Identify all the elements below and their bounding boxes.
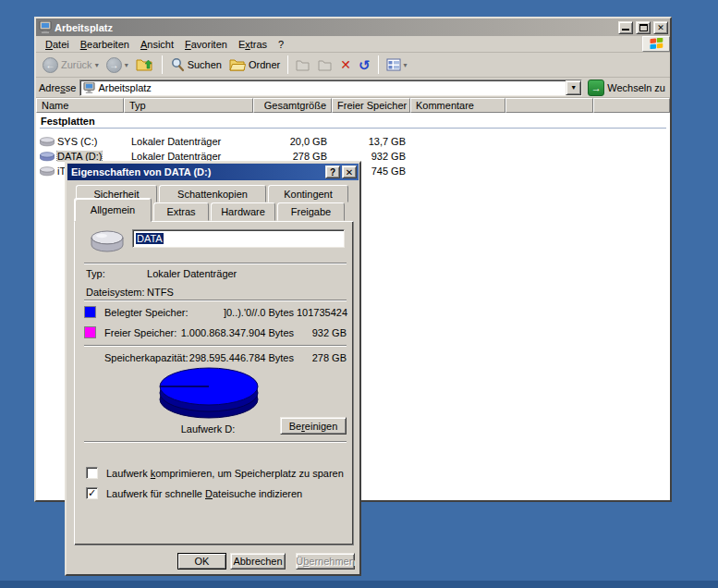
- move-to-button[interactable]: [293, 57, 313, 73]
- views-dropdown-icon[interactable]: ▾: [404, 61, 408, 69]
- tab-freigabe[interactable]: Freigabe: [277, 202, 345, 221]
- undo-icon: ↺: [359, 58, 371, 72]
- folder-up-icon: [136, 57, 154, 72]
- drive-icon-large: [90, 229, 125, 253]
- folders-icon: [229, 58, 246, 71]
- back-button[interactable]: ← Zurück ▾: [40, 55, 102, 75]
- folders-label: Ordner: [249, 59, 280, 70]
- go-arrow-icon: →: [588, 80, 604, 96]
- separator: [84, 263, 347, 264]
- toolbar-separator: [162, 55, 163, 74]
- menu-bearbeiten[interactable]: Bearbeiten: [75, 37, 135, 52]
- separator: [84, 300, 347, 301]
- window-title: Arbeitsplatz: [55, 22, 113, 33]
- undo-button[interactable]: ↺: [356, 56, 373, 74]
- menu-ansicht[interactable]: Ansicht: [135, 37, 179, 52]
- chevron-down-icon: ▼: [570, 84, 577, 91]
- delete-icon: ✕: [340, 58, 351, 71]
- drive-name[interactable]: SYS (C:): [57, 136, 97, 147]
- back-dropdown-icon[interactable]: ▾: [95, 61, 99, 69]
- views-icon: [386, 58, 401, 71]
- move-to-icon: [296, 59, 310, 71]
- column-header-name[interactable]: Name: [36, 98, 124, 113]
- column-header-kommentare[interactable]: Kommentare: [410, 98, 505, 113]
- my-computer-icon: [83, 82, 95, 93]
- apply-button[interactable]: Übernehmen: [296, 553, 355, 570]
- search-button[interactable]: Suchen: [167, 55, 225, 74]
- dialog-close-button[interactable]: ✕: [342, 165, 357, 178]
- column-header-row: Name Typ Gesamtgröße Freier Speicher Kom…: [36, 98, 670, 113]
- close-button[interactable]: ✕: [653, 21, 668, 34]
- drive-icon-selected: [40, 152, 55, 162]
- column-header-blank[interactable]: [505, 98, 593, 113]
- used-space-bytes: ]0..).'0//.0 Bytes: [167, 307, 294, 318]
- maximize-button[interactable]: [636, 21, 651, 34]
- free-space-size: 932 GB: [297, 327, 347, 338]
- tab-kontingent[interactable]: Kontingent: [268, 185, 348, 202]
- cancel-button[interactable]: Abbrechen: [230, 553, 286, 570]
- drive-free: 13,7 GB: [332, 136, 410, 147]
- volume-name-field[interactable]: DATA: [132, 229, 345, 248]
- maximize-icon: [639, 24, 648, 31]
- dialog-titlebar[interactable]: Eigenschaften von DATA (D:) ? ✕: [67, 164, 359, 180]
- tab-extras[interactable]: Extras: [153, 202, 209, 221]
- column-header-gesamtgroesse[interactable]: Gesamtgröße: [253, 98, 332, 113]
- address-bar: Adresse Arbeitsplatz ▼ → Wechseln zu: [36, 78, 670, 98]
- tab-hardware[interactable]: Hardware: [211, 202, 275, 221]
- help-icon: ?: [330, 167, 335, 178]
- typ-value: Lokaler Datenträger: [147, 268, 237, 279]
- filesystem-label: Dateisystem:: [86, 287, 144, 298]
- forward-dropdown-icon[interactable]: ▾: [125, 61, 128, 69]
- back-label: Zurück: [61, 59, 92, 70]
- folders-button[interactable]: Ordner: [226, 56, 283, 73]
- window-titlebar[interactable]: Arbeitsplatz ✕: [36, 18, 670, 36]
- volume-name-value[interactable]: DATA: [136, 233, 164, 244]
- back-icon: ←: [43, 57, 58, 73]
- delete-button[interactable]: ✕: [337, 56, 354, 73]
- index-checkbox-label[interactable]: Laufwerk für schnelle Dateisuche indizie…: [106, 488, 302, 499]
- help-button[interactable]: ?: [325, 165, 340, 178]
- dialog-title: Eigenschaften von DATA (D:): [71, 166, 211, 178]
- menu-datei[interactable]: Datei: [40, 37, 75, 52]
- forward-button[interactable]: → ▾: [103, 55, 131, 75]
- views-button[interactable]: ▾: [383, 56, 410, 73]
- index-checkbox[interactable]: ✓: [86, 487, 98, 499]
- tab-schattenkopien[interactable]: Schattenkopien: [159, 185, 266, 202]
- windows-logo: [642, 36, 670, 52]
- my-computer-icon: [39, 21, 52, 33]
- address-dropdown-button[interactable]: ▼: [566, 80, 581, 95]
- capacity-bytes: 298.595.446.784 Bytes: [167, 352, 294, 363]
- up-button[interactable]: [133, 55, 157, 74]
- menu-extras[interactable]: Extras: [233, 37, 273, 52]
- close-icon: ✕: [346, 167, 353, 178]
- search-icon: [170, 57, 185, 72]
- disk-usage-pie-chart: [155, 366, 262, 420]
- toolbar: ← Zurück ▾ → ▾ Suchen O: [36, 53, 670, 78]
- address-value[interactable]: Arbeitsplatz: [98, 82, 151, 93]
- column-header-typ[interactable]: Typ: [124, 98, 253, 113]
- toolbar-separator: [378, 55, 379, 74]
- compress-checkbox-label[interactable]: Laufwerk komprimieren, um Speicherplatz …: [106, 468, 344, 479]
- toolbar-separator: [287, 55, 288, 74]
- drive-letter-label: Laufwerk D:: [143, 423, 273, 435]
- copy-to-button[interactable]: [315, 57, 335, 73]
- free-space-label: Freier Speicher:: [104, 327, 176, 338]
- compress-checkbox[interactable]: [86, 467, 98, 479]
- tab-allgemein[interactable]: Allgemein: [74, 198, 152, 222]
- properties-dialog: Eigenschaften von DATA (D:) ? ✕ Sicherhe…: [65, 161, 361, 576]
- go-label: Wechseln zu: [607, 82, 665, 93]
- desktop-bottom-strip: [0, 581, 718, 588]
- menu-favoriten[interactable]: Favoriten: [179, 37, 233, 52]
- ok-button[interactable]: OK: [177, 553, 226, 570]
- group-header: Festplatten: [36, 113, 670, 126]
- minimize-button[interactable]: [618, 21, 633, 34]
- drive-typ: Lokaler Datenträger: [124, 136, 253, 147]
- go-button[interactable]: → Wechseln zu: [586, 79, 667, 97]
- drive-row-sys[interactable]: SYS (C:) Lokaler Datenträger 20,0 GB 13,…: [36, 134, 670, 149]
- copy-to-icon: [318, 59, 333, 71]
- windows-flag-icon: [650, 38, 663, 50]
- cleanup-button[interactable]: Bereinigen: [280, 417, 347, 435]
- address-combo[interactable]: Arbeitsplatz ▼: [79, 80, 582, 96]
- column-header-freier-speicher[interactable]: Freier Speicher: [332, 98, 410, 113]
- menu-help[interactable]: ?: [273, 37, 289, 52]
